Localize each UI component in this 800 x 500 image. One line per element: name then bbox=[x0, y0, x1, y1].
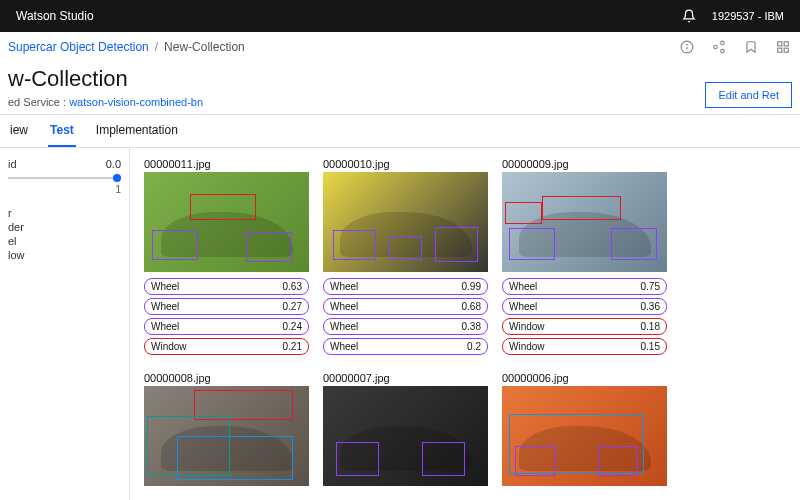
pred-label: Wheel bbox=[330, 301, 358, 312]
account-label[interactable]: 1929537 - IBM bbox=[712, 10, 784, 22]
bounding-box bbox=[246, 232, 292, 262]
pred-label: Wheel bbox=[330, 321, 358, 332]
result-card: 00000008.jpg bbox=[144, 372, 309, 486]
prediction-row: Wheel0.99 bbox=[323, 278, 488, 295]
svg-point-5 bbox=[721, 49, 725, 53]
result-card: 00000010.jpgWheel0.99Wheel0.68Wheel0.38W… bbox=[323, 158, 488, 358]
svg-rect-6 bbox=[778, 42, 782, 46]
bounding-box bbox=[422, 442, 465, 476]
bounding-box bbox=[152, 230, 198, 260]
pred-score: 0.36 bbox=[641, 301, 660, 312]
prediction-row: Wheel0.63 bbox=[144, 278, 309, 295]
pred-score: 0.38 bbox=[462, 321, 481, 332]
bookmark-icon[interactable] bbox=[742, 38, 760, 56]
edit-retrain-button[interactable]: Edit and Ret bbox=[705, 82, 792, 108]
tabs: iew Test Implementation bbox=[0, 115, 800, 148]
prediction-row: Wheel0.36 bbox=[502, 298, 667, 315]
filename: 00000010.jpg bbox=[323, 158, 488, 170]
prediction-row: Window0.18 bbox=[502, 318, 667, 335]
predictions: Wheel0.63Wheel0.27Wheel0.24Window0.21 bbox=[144, 278, 309, 355]
breadcrumb: Supercar Object Detection / New-Collecti… bbox=[0, 32, 800, 62]
pred-score: 0.2 bbox=[467, 341, 481, 352]
result-image[interactable] bbox=[323, 172, 488, 272]
prediction-row: Wheel0.75 bbox=[502, 278, 667, 295]
pred-score: 0.24 bbox=[283, 321, 302, 332]
page-header: w-Collection ed Service : watson-vision-… bbox=[0, 62, 800, 115]
pred-score: 0.68 bbox=[462, 301, 481, 312]
pred-label: Wheel bbox=[151, 301, 179, 312]
result-image[interactable] bbox=[502, 172, 667, 272]
bounding-box bbox=[177, 436, 293, 480]
associated-service: ed Service : watson-vision-combined-bn bbox=[8, 96, 792, 108]
bounding-box bbox=[505, 202, 541, 224]
svg-rect-8 bbox=[778, 48, 782, 52]
pred-label: Wheel bbox=[330, 281, 358, 292]
bounding-box bbox=[598, 446, 638, 476]
filename: 00000009.jpg bbox=[502, 158, 667, 170]
bounding-box bbox=[333, 230, 376, 260]
filename: 00000008.jpg bbox=[144, 372, 309, 384]
svg-rect-9 bbox=[784, 48, 788, 52]
filename: 00000011.jpg bbox=[144, 158, 309, 170]
share-icon[interactable] bbox=[710, 38, 728, 56]
pred-label: Window bbox=[509, 321, 545, 332]
bounding-box bbox=[515, 446, 555, 476]
breadcrumb-project[interactable]: Supercar Object Detection bbox=[8, 40, 149, 54]
service-link[interactable]: watson-vision-combined-bn bbox=[69, 96, 203, 108]
pred-score: 0.27 bbox=[283, 301, 302, 312]
pred-score: 0.15 bbox=[641, 341, 660, 352]
pred-label: Wheel bbox=[509, 301, 537, 312]
breadcrumb-current: New-Collection bbox=[164, 40, 245, 54]
prediction-row: Wheel0.24 bbox=[144, 318, 309, 335]
prediction-row: Window0.21 bbox=[144, 338, 309, 355]
result-card: 00000011.jpgWheel0.63Wheel0.27Wheel0.24W… bbox=[144, 158, 309, 358]
svg-point-4 bbox=[714, 45, 718, 49]
pred-label: Window bbox=[151, 341, 187, 352]
bounding-box bbox=[190, 194, 256, 220]
page-title: w-Collection bbox=[8, 66, 792, 92]
predictions: Wheel0.99Wheel0.68Wheel0.38Wheel0.2 bbox=[323, 278, 488, 355]
threshold-value: 0.0 bbox=[106, 158, 121, 170]
tab-test[interactable]: Test bbox=[48, 115, 76, 147]
bounding-box bbox=[336, 442, 379, 476]
prediction-row: Window0.15 bbox=[502, 338, 667, 355]
result-card: 00000009.jpgWheel0.75Wheel0.36Window0.18… bbox=[502, 158, 667, 358]
result-image[interactable] bbox=[502, 386, 667, 486]
pred-label: Wheel bbox=[151, 281, 179, 292]
result-card: 00000006.jpg bbox=[502, 372, 667, 486]
tab-overview[interactable]: iew bbox=[8, 115, 30, 147]
notifications-icon[interactable] bbox=[682, 9, 696, 23]
bounding-box bbox=[542, 196, 621, 220]
result-image[interactable] bbox=[144, 386, 309, 486]
label-item[interactable]: low bbox=[8, 249, 121, 261]
bounding-box bbox=[509, 228, 555, 260]
top-bar: Watson Studio 1929537 - IBM bbox=[0, 0, 800, 32]
threshold-label: id bbox=[8, 158, 17, 170]
result-card: 00000007.jpg bbox=[323, 372, 488, 486]
result-image[interactable] bbox=[144, 172, 309, 272]
grid-icon[interactable] bbox=[774, 38, 792, 56]
result-image[interactable] bbox=[323, 386, 488, 486]
threshold-slider[interactable] bbox=[8, 174, 121, 182]
results-gallery: 00000011.jpgWheel0.63Wheel0.27Wheel0.24W… bbox=[130, 148, 800, 500]
prediction-row: Wheel0.38 bbox=[323, 318, 488, 335]
tab-implementation[interactable]: Implementation bbox=[94, 115, 180, 147]
bounding-box bbox=[389, 236, 422, 260]
pred-score: 0.63 bbox=[283, 281, 302, 292]
prediction-row: Wheel0.68 bbox=[323, 298, 488, 315]
filename: 00000006.jpg bbox=[502, 372, 667, 384]
breadcrumb-sep: / bbox=[155, 40, 158, 54]
pred-label: Window bbox=[509, 341, 545, 352]
label-item[interactable]: r bbox=[8, 207, 121, 219]
labels-list: rderellow bbox=[8, 207, 121, 261]
svg-rect-7 bbox=[784, 42, 788, 46]
label-item[interactable]: der bbox=[8, 221, 121, 233]
slider-max: 1 bbox=[8, 184, 121, 195]
sidebar: id 0.0 1 rderellow bbox=[0, 148, 130, 500]
info-icon[interactable] bbox=[678, 38, 696, 56]
svg-point-2 bbox=[687, 44, 688, 45]
label-item[interactable]: el bbox=[8, 235, 121, 247]
pred-label: Wheel bbox=[330, 341, 358, 352]
svg-point-3 bbox=[721, 41, 725, 45]
prediction-row: Wheel0.27 bbox=[144, 298, 309, 315]
